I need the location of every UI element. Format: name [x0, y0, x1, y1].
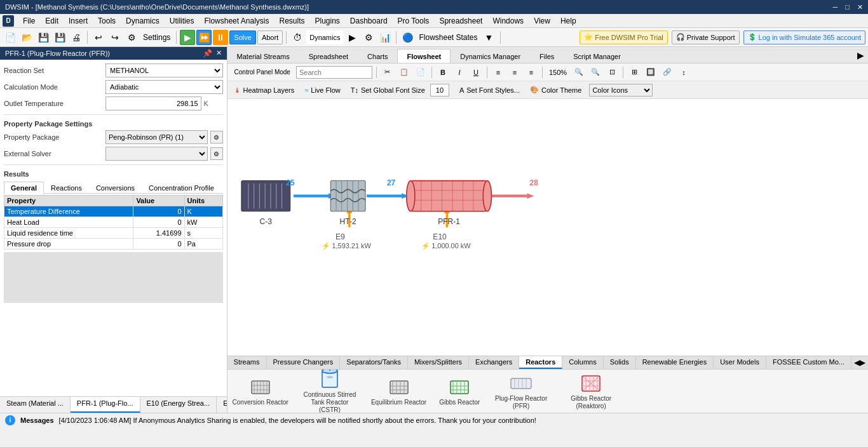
table-row[interactable]: Heat Load 0 kW — [4, 217, 223, 228]
italic-btn[interactable]: I — [452, 66, 466, 79]
flowsheet-canvas[interactable]: C-3 25 HT-2 27 PFR-1 28 E9 ⚡ 1,593.21 kW… — [227, 99, 868, 356]
lbtab-e10[interactable]: E10 (Energy Strea... — [140, 397, 217, 413]
reaction-set-select[interactable]: METHANOL — [105, 63, 223, 77]
new-file-button[interactable]: 📄 — [3, 30, 18, 45]
menu-insert[interactable]: Insert — [64, 15, 93, 27]
palette-cstr[interactable]: Continuous Stirred Tank Reactor (CSTR) — [301, 370, 358, 413]
palette-next[interactable]: ▶ — [860, 358, 865, 367]
dynamics-play[interactable]: ▶ — [344, 30, 360, 45]
menu-results[interactable]: Results — [274, 15, 309, 27]
private-support-button[interactable]: 🎧 Private Support — [672, 30, 740, 44]
align-right[interactable]: ≡ — [524, 66, 538, 79]
ptab-renewable[interactable]: Renewable Energies — [636, 356, 714, 369]
heatmap-btn[interactable]: 🌡 Heatmap Layers — [231, 85, 297, 95]
snap-toggle[interactable]: 🔲 — [644, 66, 658, 79]
free-trial-button[interactable]: ⭐ Free DWSIM Pro Trial — [580, 30, 668, 44]
menu-dashboard[interactable]: Dashboard — [345, 15, 393, 27]
menu-tools[interactable]: Tools — [93, 15, 121, 27]
pfr1-component[interactable] — [406, 181, 491, 211]
connect-mode[interactable]: 🔗 — [660, 66, 674, 79]
font-styles-btn[interactable]: A Set Font Styles... — [457, 85, 522, 95]
menu-file[interactable]: File — [18, 15, 40, 27]
tab-charts[interactable]: Charts — [358, 49, 397, 63]
palette-pfr[interactable]: Plug-Flow Reactor (PFR) — [492, 372, 550, 410]
ptab-pressure-changers[interactable]: Pressure Changers — [267, 356, 341, 369]
results-tab-general[interactable]: General — [4, 182, 44, 194]
left-panel-close[interactable]: ✕ — [216, 49, 222, 58]
ptab-columns[interactable]: Columns — [562, 356, 603, 369]
solve-button[interactable]: Solve — [229, 30, 256, 44]
search-input[interactable] — [296, 66, 372, 79]
palette-gibbs-reactor[interactable]: Gibbs Reactor — [439, 376, 480, 406]
table-row[interactable]: Temperature Difference 0 K — [4, 206, 223, 217]
zoom-fit[interactable]: ⊡ — [605, 66, 619, 79]
results-tab-conversions[interactable]: Conversions — [89, 182, 142, 194]
palette-gibbs-reaktoro[interactable]: Gibbs Reactor (Reaktoro) — [562, 372, 620, 410]
font-size-input[interactable] — [430, 84, 449, 97]
outlet-temp-input[interactable] — [105, 97, 201, 110]
bold-btn[interactable]: B — [436, 66, 450, 79]
menu-plugins[interactable]: Plugins — [309, 15, 344, 27]
menu-view[interactable]: View — [529, 15, 555, 27]
ptab-exchangers[interactable]: Exchangers — [469, 356, 519, 369]
login-button[interactable]: 💲 Log in with Simulate 365 account — [743, 30, 865, 44]
lbtab-pfr1[interactable]: PFR-1 (Plug-Flo... — [71, 397, 140, 413]
palette-equilibrium-reactor[interactable]: Equilibrium Reactor — [371, 376, 426, 406]
table-row[interactable]: Pressure drop 0 Pa — [4, 239, 223, 250]
tab-flowsheet[interactable]: Flowsheet — [397, 49, 451, 63]
table-row[interactable]: Liquid residence time 1.41699 s — [4, 228, 223, 239]
menu-help[interactable]: Help — [555, 15, 581, 27]
pause-button[interactable]: ⏸ — [213, 30, 228, 45]
dynamics-button[interactable]: Dynamics — [306, 30, 343, 44]
open-button[interactable]: 📂 — [19, 30, 34, 45]
font-size-btn[interactable]: T↕ Set Global Font Size — [348, 83, 452, 98]
step-button[interactable]: ⏩ — [196, 30, 212, 45]
ptab-streams[interactable]: Streams — [227, 356, 267, 369]
menu-spreadsheet[interactable]: Spreadsheet — [434, 15, 487, 27]
play-button[interactable]: ▶ — [180, 30, 195, 45]
save-button[interactable]: 💾 — [36, 30, 51, 45]
ext-solver-select[interactable] — [105, 147, 208, 161]
flowsheet-states-btn[interactable]: 🔵 — [400, 30, 415, 45]
ext-solver-settings[interactable]: ⚙ — [210, 147, 223, 160]
color-theme-btn[interactable]: 🎨 Color Theme — [527, 84, 584, 95]
prop-pkg-select[interactable]: Peng-Robinson (PR) (1) — [105, 130, 208, 144]
copy-btn[interactable]: 📋 — [397, 66, 411, 79]
settings-button[interactable]: ⚙ — [124, 30, 139, 45]
minimize-button[interactable]: ─ — [833, 3, 838, 11]
close-button[interactable]: ✕ — [857, 3, 863, 11]
tab-spreadsheet[interactable]: Spreadsheet — [299, 49, 358, 63]
live-flow-btn[interactable]: ≈ Live Flow — [302, 85, 343, 95]
grid-toggle[interactable]: ⊞ — [627, 66, 641, 79]
prop-pkg-settings[interactable]: ⚙ — [210, 131, 223, 143]
paste-btn[interactable]: 📄 — [414, 66, 428, 79]
tab-script-manager[interactable]: Script Manager — [564, 49, 630, 63]
palette-prev[interactable]: ◀ — [854, 358, 860, 367]
c3-component[interactable] — [241, 181, 290, 211]
dynamics-settings[interactable]: ⚙ — [361, 30, 376, 45]
save-as-button[interactable]: 💾 — [52, 30, 67, 45]
redo-button[interactable]: ↪ — [107, 30, 123, 45]
abort-button[interactable]: Abort — [257, 30, 283, 44]
ptab-fossee[interactable]: FOSSEE Custom Mo... — [766, 356, 851, 369]
cp-mode-btn[interactable]: Control Panel Mode — [231, 66, 294, 79]
menu-pro-tools[interactable]: Pro Tools — [393, 15, 435, 27]
tab-dynamics-manager[interactable]: Dynamics Manager — [451, 49, 530, 63]
palette-conversion-reactor[interactable]: Conversion Reactor — [233, 376, 288, 406]
zoom-in[interactable]: 🔍 — [572, 66, 586, 79]
ptab-reactors[interactable]: Reactors — [519, 356, 562, 369]
menu-flowsheet-analysis[interactable]: Flowsheet Analysis — [199, 15, 274, 27]
layout-auto[interactable]: ↕ — [677, 66, 691, 79]
align-left[interactable]: ≡ — [491, 66, 505, 79]
results-tab-concentration[interactable]: Concentration Profile — [142, 182, 221, 194]
menu-utilities[interactable]: Utilities — [165, 15, 200, 27]
lbtab-steam[interactable]: Steam (Material ... — [0, 397, 71, 413]
ht2-component[interactable] — [330, 181, 365, 211]
menu-windows[interactable]: Windows — [487, 15, 529, 27]
print-button[interactable]: 🖨 — [69, 30, 84, 45]
tab-material-streams[interactable]: Material Streams — [227, 49, 299, 63]
ptab-user-models[interactable]: User Models — [714, 356, 766, 369]
dynamics-chart[interactable]: 📊 — [377, 30, 393, 45]
menu-edit[interactable]: Edit — [40, 15, 64, 27]
ptab-solids[interactable]: Solids — [604, 356, 636, 369]
